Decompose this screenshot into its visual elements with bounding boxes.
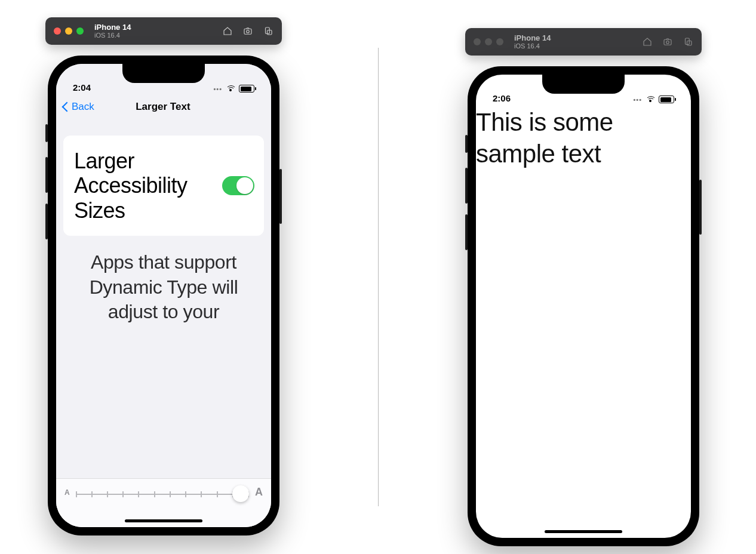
close-window-button[interactable] [54,27,61,35]
vertical-divider [378,48,379,506]
rotate-icon[interactable] [263,26,273,36]
battery-icon [239,85,254,93]
svg-point-5 [666,41,669,44]
cellular-icon: ••• [633,96,642,103]
home-indicator[interactable] [125,519,202,522]
svg-rect-0 [244,29,251,34]
sample-body-text: This is some sample text [476,104,691,170]
notch [542,75,625,94]
traffic-lights-inactive[interactable] [474,38,503,45]
fullscreen-window-button[interactable] [496,38,503,45]
wifi-icon [226,85,235,93]
minimize-window-button[interactable] [65,27,72,35]
dynamic-type-footnote: Apps that support Dynamic Type will adju… [68,250,259,325]
larger-sizes-toggle[interactable] [222,176,254,195]
notch [122,64,205,83]
larger-sizes-label: Larger Accessi­bility Sizes [74,149,202,223]
rotate-icon[interactable] [683,36,693,47]
nav-title: Larger Text [136,101,190,113]
cellular-icon: ••• [213,85,222,93]
traffic-lights[interactable] [54,27,84,35]
svg-point-1 [247,30,250,33]
nav-bar: Back Larger Text [56,94,271,120]
iphone-frame-right: 2:06 ••• This is some sample text [468,66,699,546]
slider-max-glyph: A [255,486,263,498]
simulator-title: iPhone 14 [94,23,131,32]
screenshot-icon[interactable] [242,26,253,36]
status-time: 2:04 [73,82,91,93]
slider-min-glyph: A [64,488,70,497]
screenshot-icon[interactable] [662,36,673,47]
minimize-window-button[interactable] [485,38,492,45]
status-time: 2:06 [493,93,511,103]
wifi-icon [646,96,655,103]
svg-rect-4 [664,39,671,45]
simulator-window-bar-left[interactable]: iPhone 14 iOS 16.4 [45,17,282,45]
home-icon[interactable] [642,36,653,47]
larger-sizes-cell: Larger Accessi­bility Sizes [63,136,264,236]
back-label: Back [72,101,94,113]
chevron-left-icon [62,101,69,113]
simulator-subtitle: iOS 16.4 [94,32,131,39]
simulator-window-bar-right[interactable]: iPhone 14 iOS 16.4 [465,28,702,56]
slider-thumb[interactable] [232,485,249,502]
home-icon[interactable] [222,26,233,36]
back-button[interactable]: Back [62,101,94,113]
fullscreen-window-button[interactable] [76,27,84,35]
battery-icon [659,96,674,103]
simulator-subtitle: iOS 16.4 [514,42,551,50]
simulator-title: iPhone 14 [514,34,551,42]
home-indicator[interactable] [545,530,622,533]
text-size-slider[interactable] [76,487,249,501]
close-window-button[interactable] [474,38,481,45]
iphone-frame-left: 2:04 ••• Back Larger Text Larger Accessi… [48,56,279,535]
